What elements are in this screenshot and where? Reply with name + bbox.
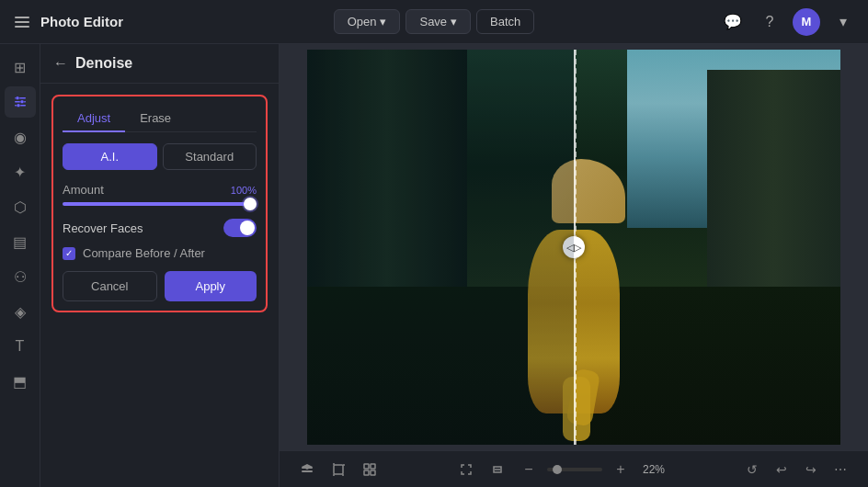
panel: ← Denoise Adjust Erase A.I. Standard Amo… <box>40 44 280 487</box>
cancel-button[interactable]: Cancel <box>63 271 157 301</box>
zoom-out-button[interactable]: − <box>516 457 542 482</box>
panel-header: ← Denoise <box>40 44 279 84</box>
split-handle[interactable]: ◁▷ <box>563 236 585 258</box>
chevron-down-icon[interactable]: ▾ <box>829 8 857 36</box>
photo-container: ◁▷ <box>280 44 868 450</box>
denoise-panel: Adjust Erase A.I. Standard Amount 100% R… <box>51 95 268 312</box>
tab-erase[interactable]: Erase <box>125 106 186 132</box>
amount-value: 100% <box>231 183 257 197</box>
svg-point-5 <box>17 104 20 108</box>
more-options-button[interactable]: ⋯ <box>828 457 853 482</box>
topbar: Photo Editor Open ▾ Save ▾ Batch 💬 ? M ▾ <box>0 0 868 44</box>
sidebar-item-sliders[interactable] <box>5 86 36 118</box>
avatar[interactable]: M <box>793 8 820 36</box>
svg-rect-11 <box>364 470 369 475</box>
help-icon[interactable]: ? <box>756 8 783 36</box>
svg-point-4 <box>20 100 24 104</box>
crop-tool-button[interactable] <box>326 457 351 482</box>
svg-rect-12 <box>371 470 375 475</box>
tab-adjust[interactable]: Adjust <box>63 106 125 132</box>
batch-button[interactable]: Batch <box>476 9 534 34</box>
grid-tool-button[interactable] <box>357 457 383 482</box>
zoom-slider[interactable] <box>547 468 602 471</box>
zoom-value: 22% <box>639 463 668 476</box>
figure-hair <box>552 159 625 223</box>
sidebar-item-sparkle[interactable]: ✦ <box>5 156 36 187</box>
panel-title: Denoise <box>75 55 132 72</box>
topbar-right: 💬 ? M ▾ <box>534 8 857 36</box>
bottom-bar: − + 22% ↺ ↩ ↪ ⋯ <box>280 450 868 487</box>
svg-rect-10 <box>371 464 375 469</box>
save-button[interactable]: Save ▾ <box>405 9 471 34</box>
topbar-center: Open ▾ Save ▾ Batch <box>334 9 535 34</box>
compare-checkbox[interactable] <box>63 247 75 260</box>
amount-row: Amount 100% <box>63 183 257 197</box>
zoom-fit-button[interactable] <box>453 457 479 482</box>
compare-row: Compare Before / After <box>63 246 257 260</box>
recover-faces-toggle[interactable] <box>223 219 257 237</box>
mode-row: A.I. Standard <box>63 143 257 170</box>
sidebar-item-grid[interactable]: ⊞ <box>5 51 36 83</box>
sidebar-item-people[interactable]: ⚇ <box>5 261 36 292</box>
app-title: Photo Editor <box>40 14 123 29</box>
apply-button[interactable]: Apply <box>165 271 257 301</box>
sidebar-item-text[interactable]: T <box>5 331 36 362</box>
svg-point-3 <box>16 96 19 100</box>
recover-faces-label: Recover Faces <box>63 221 143 235</box>
slider-thumb[interactable] <box>244 198 257 210</box>
back-button[interactable]: ← <box>53 55 68 72</box>
menu-icon[interactable] <box>11 13 33 31</box>
toggle-knob <box>240 221 255 235</box>
sidebar-item-effects[interactable]: ◈ <box>5 296 36 327</box>
icon-sidebar: ⊞ ◉ ✦ ⬡ ▤ ⚇ ◈ T ⬒ <box>0 44 40 487</box>
sidebar-item-magic[interactable]: ⬡ <box>5 191 36 222</box>
main-layout: ⊞ ◉ ✦ ⬡ ▤ ⚇ ◈ T ⬒ ← Denoise <box>0 44 868 487</box>
open-button[interactable]: Open ▾ <box>334 9 401 34</box>
zoom-actual-button[interactable] <box>485 457 510 482</box>
history-button[interactable]: ↺ <box>739 457 765 482</box>
recover-faces-row: Recover Faces <box>63 219 257 237</box>
svg-rect-7 <box>302 470 313 472</box>
undo-button[interactable]: ↩ <box>769 457 794 482</box>
tab-row: Adjust Erase <box>63 106 257 132</box>
bottom-tools-right: ↺ ↩ ↪ ⋯ <box>739 457 853 482</box>
bottom-tools-left <box>294 457 383 482</box>
amount-slider[interactable] <box>63 202 257 206</box>
chevron-down-icon: ▾ <box>451 15 457 28</box>
zoom-in-button[interactable]: + <box>608 457 634 482</box>
sidebar-item-export[interactable]: ⬒ <box>5 366 36 397</box>
sidebar-item-eye[interactable]: ◉ <box>5 121 36 153</box>
chevron-down-icon: ▾ <box>380 15 386 28</box>
compare-label: Compare Before / After <box>83 246 205 260</box>
redo-button[interactable]: ↪ <box>798 457 824 482</box>
svg-rect-8 <box>334 465 343 474</box>
mode-standard-button[interactable]: Standard <box>163 143 257 170</box>
mode-ai-button[interactable]: A.I. <box>63 143 157 170</box>
sidebar-item-layers[interactable]: ▤ <box>5 226 36 257</box>
zoom-slider-thumb[interactable] <box>553 465 562 474</box>
photo-image[interactable]: ◁▷ <box>307 50 840 445</box>
canvas-area: ◁▷ <box>280 44 868 487</box>
canvas-content: ◁▷ <box>280 44 868 450</box>
chat-icon[interactable]: 💬 <box>719 8 747 36</box>
layers-tool-button[interactable] <box>294 457 320 482</box>
zoom-controls: − + 22% <box>453 457 668 482</box>
amount-label: Amount <box>63 183 104 197</box>
action-row: Cancel Apply <box>63 271 257 301</box>
svg-rect-9 <box>364 464 369 469</box>
topbar-left: Photo Editor <box>11 13 334 31</box>
